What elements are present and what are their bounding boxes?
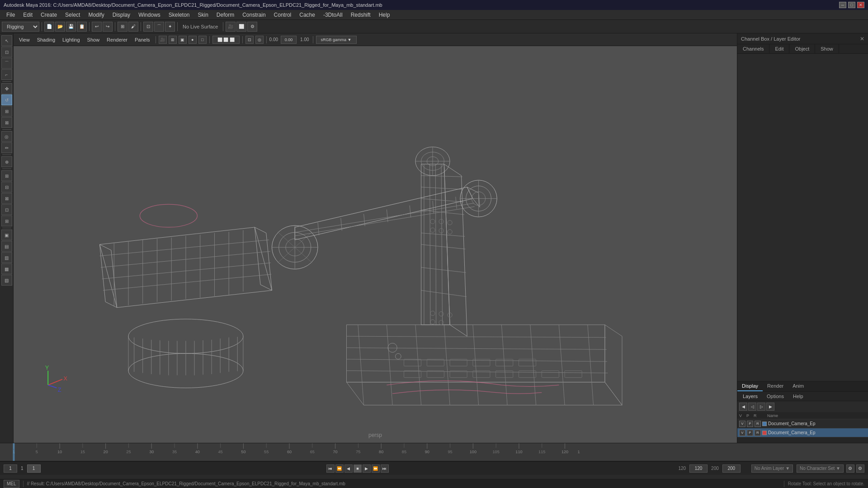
current-time-input[interactable]	[4, 465, 17, 473]
go-to-start-button[interactable]: ⏮	[326, 465, 335, 473]
anim-preferences[interactable]: ⚙	[856, 465, 864, 473]
tool-scale[interactable]: ⊞	[1, 106, 12, 117]
menu-create[interactable]: Create	[37, 11, 61, 19]
tool-render-e[interactable]: ▧	[1, 275, 12, 286]
close-button[interactable]: ✕	[857, 2, 864, 8]
vp-menu-lighting[interactable]: Lighting	[60, 36, 83, 43]
anim-layer-dropdown[interactable]: No Anim Layer ▼	[751, 465, 793, 473]
menu-windows[interactable]: Windows	[135, 11, 164, 19]
vp-btn-grid[interactable]: ⊞	[169, 36, 177, 44]
tool-select-region[interactable]: ⊡	[1, 47, 12, 57]
tool-render-b[interactable]: ▤	[1, 241, 12, 252]
tool-transform[interactable]: ⊠	[1, 117, 12, 128]
layer-r-1[interactable]: R	[755, 421, 761, 427]
menu-3dtall[interactable]: -3DtoAll	[320, 11, 346, 19]
viewport-canvas[interactable]: X Y Z persp	[14, 46, 737, 443]
character-set-dropdown[interactable]: No Character Set ▼	[797, 465, 844, 473]
redo-button[interactable]: ↪	[103, 22, 113, 32]
render-button[interactable]: ⬜	[236, 22, 246, 32]
undo-button[interactable]: ↩	[92, 22, 102, 32]
play-forward-button[interactable]: ▶	[363, 465, 371, 473]
snap-to-grid-button[interactable]: ⊡	[143, 22, 153, 32]
select-mode-button[interactable]: ⊞	[118, 22, 127, 32]
layer-visibility-1[interactable]: V	[739, 421, 745, 427]
vp-btn-smooth[interactable]: ●	[189, 36, 197, 44]
range-end-input[interactable]	[689, 465, 708, 473]
menu-cache[interactable]: Cache	[296, 11, 319, 19]
snap-to-point-button[interactable]: ✦	[165, 22, 175, 32]
channel-tab-channels[interactable]: Channels	[737, 44, 769, 53]
open-button[interactable]: 📂	[55, 22, 65, 32]
tool-snap-1[interactable]: ⊞	[1, 170, 12, 181]
menu-control[interactable]: Control	[270, 11, 295, 19]
tool-lasso[interactable]: ⌒	[1, 58, 12, 69]
playback-end-input[interactable]	[722, 465, 741, 473]
vp-color-mode[interactable]: sRGB gamma ▼	[316, 36, 357, 44]
play-back-button[interactable]: ◀	[344, 465, 353, 473]
layer-prev2-button[interactable]: ◁	[748, 403, 756, 411]
layer-tab-anim[interactable]: Anim	[788, 381, 808, 391]
mel-label[interactable]: MEL	[4, 480, 19, 488]
frame-range-start[interactable]: 1	[27, 465, 41, 473]
vp-offset-input[interactable]: 0.00	[281, 36, 297, 44]
new-scene-button[interactable]: 📄	[44, 22, 54, 32]
tool-snap-4[interactable]: ⊡	[1, 204, 12, 215]
vp-menu-view[interactable]: View	[16, 36, 33, 43]
character-set-settings[interactable]: ⚙	[846, 465, 854, 473]
tool-rotate[interactable]: ↺	[1, 94, 12, 105]
layer-next2-button[interactable]: ▷	[757, 403, 765, 411]
vp-btn-isolate[interactable]: ◎	[255, 36, 264, 44]
tool-move[interactable]: ✤	[1, 83, 12, 94]
panel-close-button[interactable]: ✕	[860, 36, 864, 42]
vp-menu-show[interactable]: Show	[85, 36, 103, 43]
menu-display[interactable]: Display	[109, 11, 134, 19]
menu-edit[interactable]: Edit	[19, 11, 36, 19]
menu-skin[interactable]: Skin	[194, 11, 212, 19]
save-button[interactable]: 💾	[66, 22, 76, 32]
vp-btn-light-mode[interactable]: ⬜ ⬜ ⬜	[212, 36, 240, 44]
layer-prev-button[interactable]: ◀	[739, 403, 747, 411]
step-forward-button[interactable]: ⏩	[372, 465, 380, 473]
menu-modify[interactable]: Modify	[85, 11, 108, 19]
vp-btn-bounding[interactable]: □	[198, 36, 207, 44]
layer-next-button[interactable]: ▶	[766, 403, 774, 411]
snap-to-curve-button[interactable]: ⌒	[154, 22, 164, 32]
tool-soft-mod[interactable]: ◎	[1, 131, 12, 142]
layer-sub-tab-options[interactable]: Options	[763, 393, 788, 400]
layer-sub-tab-help[interactable]: Help	[789, 393, 807, 400]
tool-paint[interactable]: ⌐	[1, 69, 12, 80]
vp-btn-cam[interactable]: 🎥	[159, 36, 167, 44]
stop-button[interactable]: ■	[354, 465, 362, 473]
tool-snap-3[interactable]: ⊠	[1, 193, 12, 204]
layer-row[interactable]: V P R Document_Camera_Ep	[737, 419, 868, 428]
paint-mode-button[interactable]: 🖌	[128, 22, 138, 32]
timeline-track[interactable]: 1 5 10 15 20 25 30 35 40 45 50	[0, 443, 868, 461]
channel-tab-object[interactable]: Object	[789, 44, 815, 53]
vp-menu-panels[interactable]: Panels	[132, 36, 153, 43]
minimize-button[interactable]: ─	[839, 2, 846, 8]
camera-view-button[interactable]: 🎥	[226, 22, 236, 32]
step-back-button[interactable]: ⏪	[335, 465, 344, 473]
vp-menu-shading[interactable]: Shading	[34, 36, 58, 43]
menu-select[interactable]: Select	[61, 11, 84, 19]
layer-p-1[interactable]: P	[747, 421, 753, 427]
render-settings-button[interactable]: ⚙	[247, 22, 257, 32]
vp-btn-wire[interactable]: ▣	[179, 36, 187, 44]
layer-sub-tab-layers[interactable]: Layers	[739, 393, 761, 400]
tool-snap-2[interactable]: ⊟	[1, 182, 12, 192]
tool-render-d[interactable]: ▦	[1, 263, 12, 274]
menu-skeleton[interactable]: Skeleton	[165, 11, 193, 19]
layer-tab-render[interactable]: Render	[763, 381, 788, 391]
layer-scrollbar[interactable]	[737, 437, 868, 443]
tool-snap-5[interactable]: ⊞	[1, 216, 12, 226]
menu-help[interactable]: Help	[375, 11, 394, 19]
save-as-button[interactable]: 📋	[77, 22, 87, 32]
tool-select[interactable]: ↖	[1, 35, 12, 46]
channel-tab-edit[interactable]: Edit	[769, 44, 789, 53]
layer-r-2[interactable]: R	[755, 430, 761, 436]
vp-menu-renderer[interactable]: Renderer	[104, 36, 130, 43]
maximize-button[interactable]: □	[848, 2, 855, 8]
vp-btn-xray[interactable]: ⊡	[245, 36, 254, 44]
tool-render-a[interactable]: ▣	[1, 230, 12, 240]
menu-file[interactable]: File	[3, 11, 19, 19]
